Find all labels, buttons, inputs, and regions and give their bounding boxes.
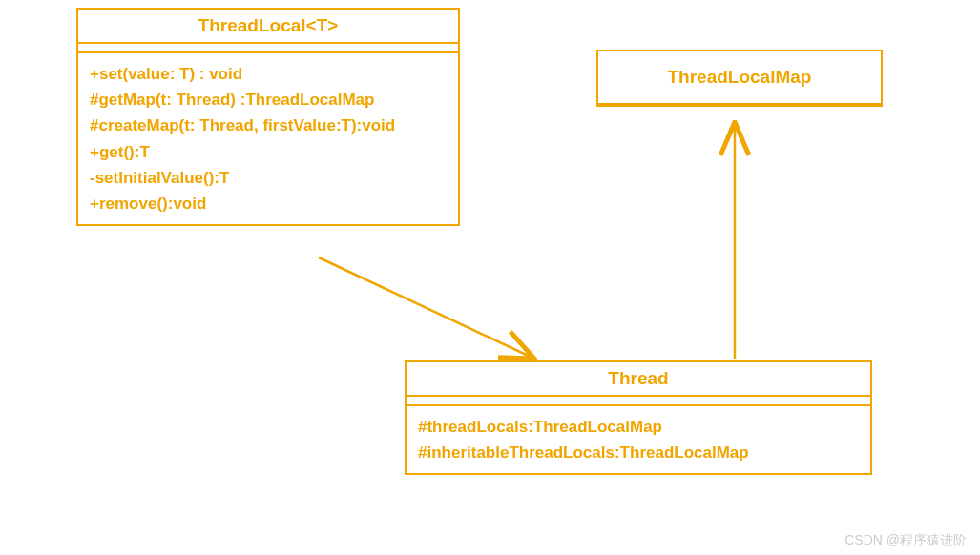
method: +set(value: T) : void [90, 61, 447, 87]
class-empty-section [407, 397, 870, 406]
class-threadlocalmap: ThreadLocalMap [596, 50, 883, 107]
class-attributes-section [78, 44, 458, 53]
method: #createMap(t: Thread, firstValue:T):void [90, 113, 447, 138]
class-title: ThreadLocalMap [598, 51, 881, 105]
method: +get():T [90, 139, 447, 165]
class-thread: Thread #threadLocals:ThreadLocalMap #inh… [405, 360, 872, 475]
method: -setInitialValue():T [90, 165, 447, 191]
class-threadlocal: ThreadLocal<T> +set(value: T) : void #ge… [76, 8, 460, 226]
method: #getMap(t: Thread) :ThreadLocalMap [90, 87, 447, 113]
watermark: CSDN @程序猿进阶 [844, 532, 967, 549]
class-title: Thread [407, 362, 870, 397]
field: #inheritableThreadLocals:ThreadLocalMap [418, 440, 859, 465]
class-fields-section: #threadLocals:ThreadLocalMap #inheritabl… [407, 406, 870, 473]
field: #threadLocals:ThreadLocalMap [418, 414, 859, 440]
class-methods-section: +set(value: T) : void #getMap(t: Thread)… [78, 53, 458, 224]
method: +remove():void [90, 191, 447, 216]
arrow-threadlocal-to-thread [319, 257, 534, 359]
class-title: ThreadLocal<T> [78, 10, 458, 44]
